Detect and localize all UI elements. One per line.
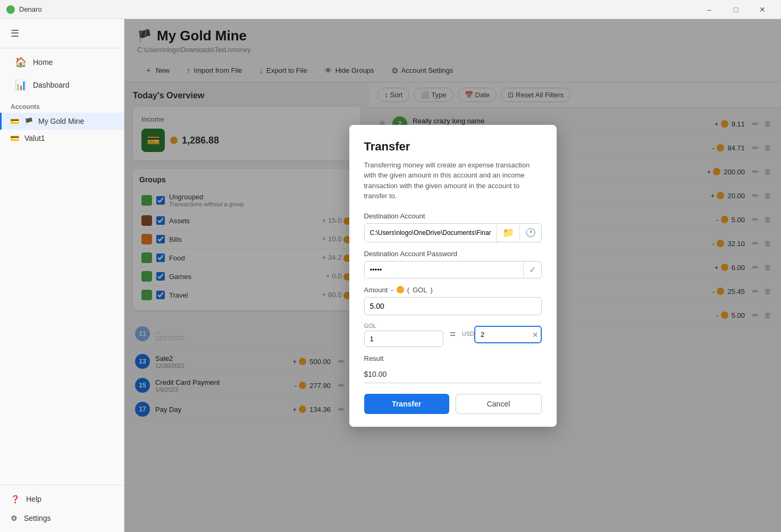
sidebar-top: ☰ xyxy=(0,19,124,48)
usd-input-wrap: USD ✕ xyxy=(462,326,542,343)
sidebar: ☰ 🏠 Home 📊 Dashboard Accounts 💳 🏴 My Gol… xyxy=(0,19,124,532)
help-icon: ❓ xyxy=(11,495,20,503)
transfer-button[interactable]: Transfer xyxy=(364,394,449,414)
transfer-modal: Transfer Transferring money will create … xyxy=(349,125,557,427)
sidebar-item-valut1[interactable]: 💳 Valut1 xyxy=(0,130,124,147)
modal-title: Transfer xyxy=(364,140,542,154)
modal-buttons: Transfer Cancel xyxy=(364,394,542,414)
wallet-icon: 💳 xyxy=(10,117,19,125)
usd-field-container: ✕ xyxy=(474,326,542,343)
maximize-button[interactable]: □ xyxy=(724,0,748,19)
accounts-section-header: Accounts xyxy=(0,99,124,113)
sidebar-item-settings[interactable]: ⚙ Settings xyxy=(0,509,124,528)
nav-dashboard-label: Dashboard xyxy=(33,81,70,89)
account-name-my-gold-mine: My Gold Mine xyxy=(38,117,84,125)
minimize-button[interactable]: – xyxy=(697,0,721,19)
amount-currency: ( xyxy=(407,286,409,294)
usd-label: USD xyxy=(462,331,474,337)
main-content: 🏴 My Gold Mine C:\Users\nlogo\Downloads\… xyxy=(124,19,781,532)
hamburger-button[interactable]: ☰ xyxy=(9,26,21,41)
gol-input[interactable] xyxy=(364,331,444,347)
amount-input[interactable] xyxy=(364,297,542,315)
titlebar-controls: – □ ✕ xyxy=(697,0,775,19)
close-button[interactable]: ✕ xyxy=(750,0,775,19)
cancel-button[interactable]: Cancel xyxy=(456,394,542,414)
currency-conversion-row: GOL = USD ✕ xyxy=(364,323,542,347)
sidebar-item-my-gold-mine[interactable]: 💳 🏴 My Gold Mine xyxy=(0,113,124,130)
result-input xyxy=(364,366,542,383)
gol-input-wrap: GOL xyxy=(364,323,444,347)
amount-coin-icon xyxy=(397,286,404,293)
destination-account-input-row: 📁 🕐 xyxy=(364,223,542,242)
nav-home-label: Home xyxy=(33,58,53,66)
verify-password-button[interactable]: ✓ xyxy=(523,261,541,278)
settings-icon: ⚙ xyxy=(11,514,18,522)
equals-sign: = xyxy=(448,329,458,340)
account-name-valut1: Valut1 xyxy=(24,134,45,142)
home-icon: 🏠 xyxy=(15,56,27,68)
gol-label: GOL xyxy=(364,323,444,329)
flag-icon: 🏴 xyxy=(24,117,33,125)
destination-password-input-row: ✓ xyxy=(364,261,542,278)
destination-account-input[interactable] xyxy=(365,225,497,241)
app-logo xyxy=(6,5,15,14)
titlebar: Denaro – □ ✕ xyxy=(0,0,781,19)
destination-account-label: Destination Account xyxy=(364,212,542,220)
history-button[interactable]: 🕐 xyxy=(519,224,541,241)
dashboard-icon: 📊 xyxy=(15,79,27,91)
settings-label: Settings xyxy=(24,514,51,522)
titlebar-left: Denaro xyxy=(6,5,42,14)
amount-label: Amount - (GOL) xyxy=(364,286,542,294)
destination-password-label: Destination Account Password xyxy=(364,250,542,258)
nav-items: 🏠 Home 📊 Dashboard xyxy=(0,48,124,99)
browse-button[interactable]: 📁 xyxy=(497,224,519,242)
app-name: Denaro xyxy=(19,5,42,13)
clear-usd-button[interactable]: ✕ xyxy=(532,331,539,339)
destination-password-input[interactable] xyxy=(365,261,523,278)
sidebar-item-dashboard[interactable]: 📊 Dashboard xyxy=(4,74,120,96)
help-label: Help xyxy=(26,495,41,503)
sidebar-item-home[interactable]: 🏠 Home xyxy=(4,51,120,73)
sidebar-item-help[interactable]: ❓ Help xyxy=(0,489,124,509)
result-label: Result xyxy=(364,354,542,362)
sidebar-bottom: ❓ Help ⚙ Settings xyxy=(0,485,124,532)
modal-description: Transferring money will create an expens… xyxy=(364,160,542,201)
modal-overlay: Transfer Transferring money will create … xyxy=(124,19,781,532)
app-container: ☰ 🏠 Home 📊 Dashboard Accounts 💳 🏴 My Gol… xyxy=(0,19,781,532)
wallet-icon-2: 💳 xyxy=(10,134,19,142)
